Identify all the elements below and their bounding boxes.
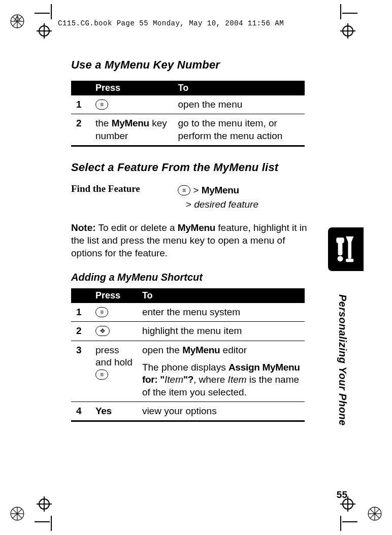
table-head-press: Press — [90, 288, 137, 303]
registration-target-icon — [39, 498, 50, 510]
to-cell: enter the menu system — [137, 303, 305, 322]
step-number: 4 — [71, 402, 90, 421]
find-the-feature-label: Find the Feature — [71, 183, 178, 212]
to-cell: go to the menu item, or perform the menu… — [173, 114, 305, 146]
table-head-blank — [71, 288, 90, 303]
crop-mark — [51, 4, 52, 19]
table-head-to: To — [137, 288, 305, 303]
table-use-mymenu-number: Press To 1 ≡ open the menu 2 the MyMenu … — [71, 81, 305, 147]
to-cell: open the MyMenu editor The phone display… — [137, 341, 305, 402]
svg-rect-18 — [336, 238, 344, 243]
to-cell: view your options — [137, 402, 305, 421]
find-the-feature-block: Find the Feature ≡ > MyMenu > desired fe… — [71, 183, 315, 212]
svg-point-19 — [338, 256, 343, 261]
table-head-press: Press — [90, 81, 173, 95]
press-cell: the MyMenu key number — [90, 114, 173, 146]
press-cell: ≡ — [90, 95, 173, 114]
press-cell: ≡ — [90, 303, 137, 322]
press-cell: Yes — [90, 402, 137, 421]
press-cell: ✥ — [90, 322, 137, 341]
page-number: 55 — [337, 489, 347, 500]
starburst-icon — [368, 507, 382, 521]
table-row: 1 ≡ open the menu — [71, 95, 305, 114]
step-number: 1 — [71, 303, 90, 322]
crop-mark — [342, 13, 357, 14]
thumb-tab-tools-icon — [328, 227, 364, 271]
step-number: 2 — [71, 322, 90, 341]
table-head-blank — [71, 81, 90, 95]
crop-mark — [340, 4, 341, 19]
crop-mark — [340, 516, 341, 531]
step-number: 3 — [71, 341, 90, 402]
table-head-to: To — [173, 81, 305, 95]
svg-rect-22 — [346, 259, 353, 262]
print-header: C115.CG.book Page 55 Monday, May 10, 200… — [58, 19, 284, 27]
press-cell: press and hold ≡ — [90, 341, 137, 402]
nav-key-icon: ✥ — [95, 326, 110, 336]
menu-key-icon: ≡ — [95, 99, 108, 110]
step-number: 2 — [71, 114, 90, 146]
crop-mark — [35, 13, 50, 14]
find-the-feature-path: ≡ > MyMenu > desired feature — [178, 183, 258, 212]
starburst-icon — [10, 14, 24, 28]
crop-mark — [51, 516, 52, 531]
menu-key-icon: ≡ — [95, 307, 108, 317]
registration-target-icon — [342, 25, 353, 37]
crop-mark — [342, 521, 357, 522]
subsection-heading-adding-shortcut: Adding a MyMenu Shortcut — [71, 272, 315, 283]
table-row: 4 Yes view your options — [71, 402, 305, 421]
step-number: 1 — [71, 95, 90, 114]
table-row: 3 press and hold ≡ open the MyMenu edito… — [71, 341, 305, 402]
page-content: Use a MyMenu Key Number Press To 1 ≡ ope… — [71, 58, 315, 425]
to-cell: highlight the menu item — [137, 322, 305, 341]
crop-mark — [35, 521, 50, 522]
registration-target-icon — [39, 25, 50, 37]
section-heading-use-number: Use a MyMenu Key Number — [71, 58, 315, 72]
menu-key-icon: ≡ — [178, 185, 190, 195]
starburst-icon — [10, 507, 24, 521]
chapter-vertical-label: Personalizing Your Phone — [337, 294, 348, 426]
section-heading-select-feature: Select a Feature From the MyMenu list — [71, 161, 315, 174]
svg-marker-21 — [346, 237, 353, 242]
table-adding-shortcut: Press To 1 ≡ enter the menu system 2 ✥ h… — [71, 288, 305, 422]
table-row: 2 the MyMenu key number go to the menu i… — [71, 114, 305, 146]
menu-key-icon: ≡ — [95, 370, 108, 380]
to-cell: open the menu — [173, 95, 305, 114]
note-paragraph: Note: To edit or delete a MyMenu feature… — [71, 221, 315, 259]
table-row: 2 ✥ highlight the menu item — [71, 322, 305, 341]
table-row: 1 ≡ enter the menu system — [71, 303, 305, 322]
